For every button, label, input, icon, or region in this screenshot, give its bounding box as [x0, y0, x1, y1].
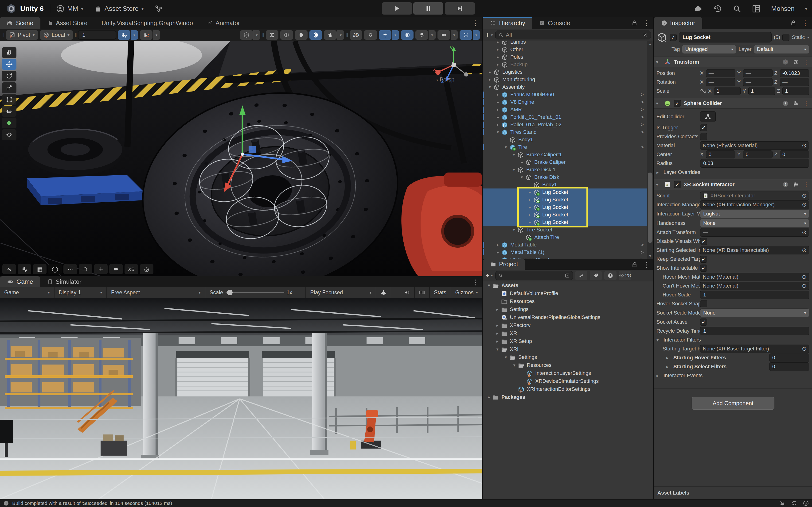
foldout-row[interactable]: ▾Interactor Filters — [654, 335, 812, 344]
expand-arrow-icon[interactable]: ▸ — [494, 122, 501, 127]
help-icon[interactable]: ? — [782, 59, 789, 65]
camera-settings-caret[interactable]: ▾ — [253, 30, 260, 40]
expand-arrow-icon[interactable]: ▸ — [494, 62, 501, 67]
aspect-dropdown[interactable]: Free Aspect▾ — [107, 287, 205, 298]
lock-icon[interactable] — [791, 20, 797, 26]
grid-axis-caret[interactable]: ▾ — [131, 30, 138, 40]
object-picker-field[interactable]: —⊙ — [700, 228, 809, 237]
component-header[interactable]: ▾ # ✓ XR Socket Interactor ?⋮ — [654, 179, 812, 190]
grid-snap-caret[interactable]: ▾ — [153, 30, 160, 40]
project-item[interactable]: ▸ Packages — [483, 393, 653, 401]
tab-hierarchy[interactable]: Hierarchy — [483, 17, 532, 29]
expand-arrow-icon[interactable]: ▸ — [494, 331, 501, 336]
status-check-icon[interactable] — [803, 500, 809, 506]
tab-graph-window[interactable]: Unity.VisualScripting.GraphWindo — [94, 17, 200, 29]
tag-dropdown[interactable]: Untagged▾ — [682, 45, 736, 54]
expand-arrow-icon[interactable]: ▸ — [526, 205, 534, 210]
tab-animator[interactable]: Animator — [200, 17, 247, 29]
axis-input[interactable]: — — [743, 69, 772, 77]
hierarchy-item[interactable]: ▸ AMR > — [483, 106, 647, 113]
open-prefab-arrow[interactable]: > — [641, 99, 644, 105]
project-search-input[interactable] — [495, 271, 573, 280]
effects-toggle-button[interactable] — [379, 30, 392, 40]
axis-input[interactable]: — — [706, 78, 735, 86]
hierarchy-item[interactable]: ▾ Brake Caliper:1 — [483, 151, 647, 158]
view-tool-button[interactable] — [2, 47, 16, 58]
status-message[interactable]: Build completed with a result of 'Succee… — [12, 500, 172, 506]
open-prefab-arrow[interactable]: > — [641, 114, 644, 120]
project-item[interactable]: ▾ Resources — [483, 361, 653, 369]
tab-inspector[interactable]: Inspector — [654, 17, 702, 29]
scrollbar-thumb[interactable] — [648, 172, 653, 243]
layers-button[interactable] — [415, 30, 428, 40]
custom-tool-button[interactable] — [2, 118, 16, 128]
static-caret[interactable]: ▾ — [807, 35, 809, 40]
expand-arrow-icon[interactable]: ▸ — [486, 77, 493, 82]
checkbox[interactable]: ✓ — [700, 256, 707, 263]
notification-muted-icon[interactable] — [779, 500, 785, 506]
list-size-input[interactable]: 0 — [769, 353, 809, 362]
expand-arrow-icon[interactable]: ▾ — [486, 84, 493, 90]
help-icon[interactable]: ? — [782, 100, 789, 106]
user-menu[interactable]: Mohsen — [771, 5, 795, 12]
axis-input[interactable]: 1 — [748, 87, 775, 95]
hierarchy-item[interactable]: ▾ Tires Stand > — [483, 128, 647, 136]
axis-input[interactable]: — — [780, 78, 809, 86]
component-header[interactable]: ▾ ✓ Sphere Collider ?⋮ — [654, 98, 812, 109]
checkbox[interactable]: ✓ — [700, 238, 707, 245]
axis-input[interactable]: 1 — [782, 87, 809, 95]
open-prefab-arrow[interactable]: > — [641, 121, 644, 128]
visible-count-indicator[interactable]: 28 — [619, 271, 631, 280]
edit-collider-button[interactable] — [700, 111, 716, 122]
project-item[interactable]: Resources — [483, 297, 653, 305]
lock-icon[interactable] — [631, 20, 638, 26]
axis-input[interactable]: 0 — [706, 151, 735, 158]
tab-game[interactable]: Game — [0, 276, 40, 287]
2d-toggle-button[interactable]: 2D — [350, 30, 362, 40]
hierarchy-item[interactable]: ▸ V8 Engine Stand > — [483, 256, 647, 259]
checkbox[interactable]: ✓ — [700, 124, 707, 131]
expand-arrow-icon[interactable]: ▸ — [494, 107, 501, 112]
search-overlay-button[interactable] — [79, 264, 92, 274]
scale-slider[interactable] — [225, 292, 284, 293]
object-picker-field[interactable]: None (XR Base Target Filter)⊙ — [700, 345, 809, 353]
search-by-label-button[interactable] — [590, 271, 602, 280]
scene-viewport[interactable]: ▦ ◯ ⋯ XB ◎ y x z — [0, 41, 482, 276]
gizmos-dropdown[interactable]: Gizmos▾ — [451, 287, 483, 298]
add-component-button[interactable]: Add Component — [692, 397, 774, 410]
history-icon[interactable] — [713, 4, 722, 13]
project-item[interactable]: ▸ XR Setup — [483, 337, 653, 345]
search-by-type-button[interactable] — [575, 271, 588, 280]
project-item[interactable]: {} InteractionLayerSettings — [483, 369, 653, 377]
axis-input[interactable]: 0 — [743, 151, 772, 158]
version-control-button[interactable] — [155, 5, 163, 13]
asset-store-menu[interactable]: Asset Store ▾ — [94, 5, 144, 12]
display-dropdown[interactable]: Display 1▾ — [54, 287, 107, 298]
open-prefab-arrow[interactable]: > — [641, 91, 644, 98]
expand-arrow-icon[interactable]: ▸ — [494, 115, 501, 120]
project-item[interactable]: {} XRDeviceSimulatorSettings — [483, 377, 653, 385]
object-picker-icon[interactable]: ⊙ — [802, 247, 807, 253]
grid-size-field[interactable]: 1 — [78, 30, 116, 40]
kebab-menu-icon[interactable]: ⋮ — [803, 181, 809, 188]
link-broken-icon[interactable] — [700, 88, 706, 94]
game-target-dropdown[interactable]: Game▾ — [0, 287, 54, 298]
play-button[interactable] — [382, 2, 412, 14]
object-picker-field[interactable]: None (Material)⊙ — [700, 282, 809, 290]
expand-arrow-icon[interactable]: ▸ — [494, 250, 501, 255]
project-item[interactable]: ▾ Settings — [483, 353, 653, 361]
hierarchy-item[interactable]: ▸ Pallet_01a_Prefab_02 > — [483, 121, 647, 128]
expand-arrow-icon[interactable]: ▾ — [518, 175, 525, 180]
hierarchy-item[interactable]: ▸ Forklift_01_Prefab_01 > — [483, 113, 647, 121]
rect-tool-button[interactable] — [2, 94, 16, 105]
help-icon[interactable]: ? — [782, 181, 789, 187]
hierarchy-item[interactable]: ▸ Metal Table > — [483, 241, 647, 248]
expand-arrow-icon[interactable]: ▸ — [526, 190, 534, 195]
hierarchy-item[interactable]: ▸ Other — [483, 46, 647, 53]
visibility-toggle-button[interactable] — [401, 30, 413, 40]
checkbox[interactable] — [700, 300, 707, 307]
hierarchy-item[interactable]: ▸ Lug Socket — [483, 204, 647, 211]
debug-caret[interactable]: ▾ — [337, 30, 344, 40]
gizmos-toggle-button[interactable] — [460, 30, 472, 40]
persp-label[interactable]: ‹ Persp — [436, 76, 454, 83]
